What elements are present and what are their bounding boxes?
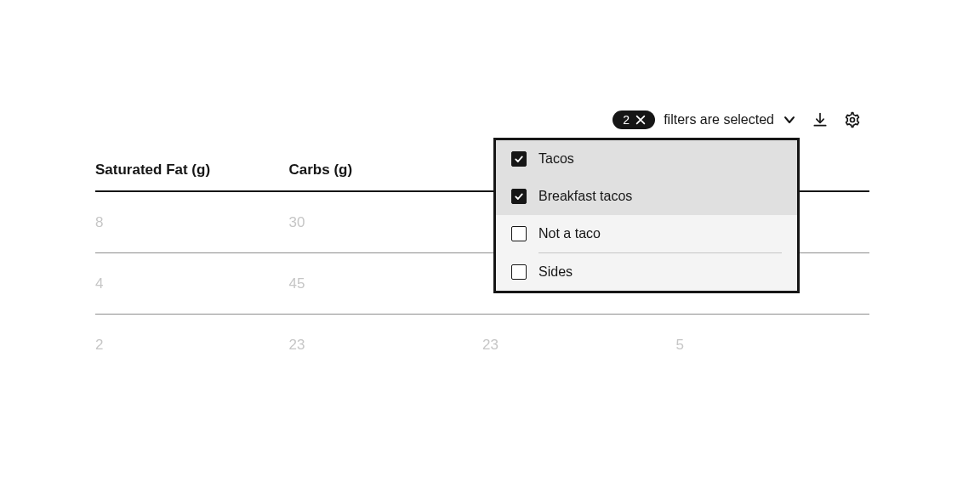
column-header-saturated-fat[interactable]: Saturated Fat (g)	[95, 162, 289, 179]
checkbox-icon	[511, 264, 527, 280]
filter-option-tacos[interactable]: Tacos	[496, 140, 797, 178]
filter-summary-label: filters are selected	[664, 112, 774, 128]
checkbox-icon	[511, 226, 527, 241]
cell-carbs: 30	[289, 214, 483, 231]
filter-option-label: Tacos	[538, 151, 574, 167]
checkbox-icon	[511, 189, 527, 204]
cell-saturated-fat: 4	[95, 275, 289, 292]
cell-saturated-fat: 2	[95, 337, 289, 354]
column-header-carbs[interactable]: Carbs (g)	[289, 162, 483, 179]
image-cut-off-zigzag	[0, 453, 980, 482]
filter-option-label: Sides	[538, 264, 573, 280]
cell-saturated-fat: 8	[95, 214, 289, 231]
filter-option-sides[interactable]: Sides	[496, 253, 797, 291]
checkbox-icon	[511, 151, 527, 167]
selected-count-tag[interactable]: 2	[612, 111, 655, 129]
filter-option-label: Breakfast tacos	[538, 189, 632, 204]
cell-carbs: 23	[289, 337, 483, 354]
settings-icon[interactable]	[844, 111, 861, 128]
filter-option-breakfast-tacos[interactable]: Breakfast tacos	[496, 178, 797, 215]
cell-3: 23	[482, 337, 676, 354]
filter-toolbar: 2 filters are selected	[612, 111, 861, 129]
filter-option-label: Not a taco	[538, 226, 601, 241]
chevron-down-icon	[783, 113, 796, 127]
filter-multiselect-trigger[interactable]: 2 filters are selected	[612, 111, 796, 129]
cell-carbs: 45	[289, 275, 483, 292]
svg-point-0	[851, 118, 855, 122]
clear-filters-icon[interactable]	[635, 114, 647, 126]
download-icon[interactable]	[812, 111, 829, 128]
table-with-filter-dropdown: 2 filters are selected	[0, 0, 980, 482]
cell-4: 5	[676, 337, 870, 354]
selected-count: 2	[623, 113, 630, 127]
table-row[interactable]: 2 23 23 5	[95, 315, 869, 376]
filter-option-not-a-taco[interactable]: Not a taco	[496, 215, 797, 252]
filter-dropdown-listbox[interactable]: Tacos Breakfast tacos Not a taco Sides	[493, 138, 800, 293]
